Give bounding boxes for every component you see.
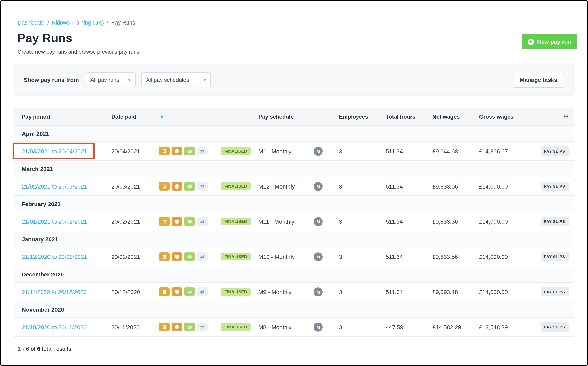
sync-icon[interactable]: ⇄ xyxy=(197,252,208,261)
pay-schedule-value: M11 - Monthly xyxy=(258,218,314,225)
journal-icon[interactable] xyxy=(159,323,169,331)
journal-icon[interactable] xyxy=(159,182,169,191)
email-icon[interactable] xyxy=(184,288,195,296)
sync-icon[interactable]: ⇄ xyxy=(197,182,208,191)
gear-icon[interactable]: ⚙ xyxy=(563,114,569,120)
total-hours-value: 511.34 xyxy=(386,218,432,225)
net-wages-value: £9,393.48 xyxy=(432,289,479,295)
table-row: 21/02/2021 to 20/03/2021 20/03/2021 ⇄ FI… xyxy=(14,177,574,196)
gross-wages-value: £14,000.00 xyxy=(479,218,532,225)
shield-icon[interactable] xyxy=(172,288,182,296)
month-group-row: February 2021 xyxy=(14,196,574,212)
employees-count: 3 xyxy=(339,324,386,330)
page-title: Pay Runs xyxy=(18,31,139,45)
new-pay-run-button[interactable]: + New pay run xyxy=(522,34,577,49)
month-group-row: April 2021 xyxy=(14,126,574,142)
month-group-row: March 2021 xyxy=(14,161,574,177)
col-header-date-paid: Date paid xyxy=(111,114,159,120)
pay-schedules-filter-value: All pay schedules xyxy=(146,77,189,83)
gross-wages-value: £14,000.00 xyxy=(479,289,532,295)
results-summary: 1 - 6 of 6 total results. xyxy=(14,346,574,352)
pay-period-link[interactable]: 21/03/2021 to 20/04/2021 xyxy=(22,148,87,154)
info-icon[interactable]: i xyxy=(161,114,163,119)
plus-circle-icon: + xyxy=(528,39,534,45)
email-icon[interactable] xyxy=(184,252,195,261)
pay-slips-button[interactable]: PAY SLIPS xyxy=(540,146,569,156)
journal-icon[interactable] xyxy=(159,288,169,296)
pay-slips-button[interactable]: PAY SLIPS xyxy=(540,217,569,226)
schedule-frequency-badge: M xyxy=(314,217,323,226)
total-hours-value: 511.34 xyxy=(386,289,432,295)
shield-icon[interactable] xyxy=(172,252,182,261)
page-frame: Dashboard / Kidows Training (UK) / Pay R… xyxy=(0,0,588,366)
table-row: 21/12/2020 to 20/01/2021 20/01/2021 ⇄ FI… xyxy=(14,247,574,266)
pay-slips-button[interactable]: PAY SLIPS xyxy=(540,287,569,297)
pay-schedule-value: M10 - Monthly xyxy=(258,253,314,260)
pay-period-link[interactable]: 21/10/2020 to 20/11/2020 xyxy=(22,324,87,330)
email-icon[interactable] xyxy=(184,182,195,191)
schedule-frequency-badge: M xyxy=(314,252,323,261)
manage-tasks-button[interactable]: Manage tasks xyxy=(513,72,564,88)
shield-icon[interactable] xyxy=(172,323,182,331)
sync-icon[interactable]: ⇄ xyxy=(197,217,208,226)
pay-slips-button[interactable]: PAY SLIPS xyxy=(540,182,569,191)
total-hours-value: 511.34 xyxy=(386,148,432,154)
date-paid-value: 20/04/2021 xyxy=(111,148,159,154)
col-header-net-wages: Net wages xyxy=(432,114,479,120)
breadcrumb-link-dashboard[interactable]: Dashboard xyxy=(18,20,45,26)
page-subtitle: Create new pay runs and browse previous … xyxy=(18,49,139,55)
journal-icon[interactable] xyxy=(159,147,169,155)
breadcrumb-link-business[interactable]: Kidows Training (UK) xyxy=(52,20,104,26)
date-paid-value: 20/11/2020 xyxy=(111,324,159,330)
breadcrumb-current: Pay Runs xyxy=(111,20,135,26)
pay-runs-table: Pay period Date paid i Pay schedule Empl… xyxy=(14,108,574,336)
month-group-label: March 2021 xyxy=(22,165,53,172)
table-row: 21/10/2020 to 20/11/2020 20/11/2020 ⇄ FI… xyxy=(14,318,574,336)
col-header-employees: Employees xyxy=(339,114,386,120)
status-badge: FINALISED xyxy=(221,147,251,155)
status-badge: FINALISED xyxy=(221,253,251,260)
gross-wages-value: £14,366.67 xyxy=(479,148,532,154)
pay-slips-button[interactable]: PAY SLIPS xyxy=(540,322,569,332)
sync-icon[interactable]: ⇄ xyxy=(197,147,208,155)
new-pay-run-label: New pay run xyxy=(537,38,572,45)
pay-runs-filter-select[interactable]: All pay runs ▾ xyxy=(85,72,135,87)
shield-icon[interactable] xyxy=(172,182,182,191)
month-group-row: January 2021 xyxy=(14,231,574,247)
pay-period-link[interactable]: 21/11/2020 to 20/12/2020 xyxy=(22,289,87,295)
email-icon[interactable] xyxy=(184,217,195,226)
col-header-pay-schedule: Pay schedule xyxy=(258,114,314,120)
filter-bar: Show pay runs from All pay runs ▾ All pa… xyxy=(14,64,574,96)
sync-icon[interactable]: ⇄ xyxy=(197,288,208,296)
employees-count: 3 xyxy=(339,183,386,190)
pay-schedule-value: M9 - Monthly xyxy=(258,289,314,295)
journal-icon[interactable] xyxy=(159,252,169,261)
pay-period-link[interactable]: 21/12/2020 to 20/01/2021 xyxy=(22,253,87,260)
email-icon[interactable] xyxy=(184,323,195,331)
gross-wages-value: £14,000.00 xyxy=(479,183,532,190)
pay-schedules-filter-select[interactable]: All pay schedules ▾ xyxy=(141,72,211,87)
journal-icon[interactable] xyxy=(159,217,169,226)
table-row: 21/11/2020 to 20/12/2020 20/12/2020 ⇄ FI… xyxy=(14,282,574,301)
chevron-down-icon: ▾ xyxy=(128,77,130,82)
month-group-label: April 2021 xyxy=(22,130,49,137)
net-wages-value: £9,644.68 xyxy=(432,148,479,154)
pay-period-link[interactable]: 21/02/2021 to 20/03/2021 xyxy=(22,183,87,190)
filter-label: Show pay runs from xyxy=(24,76,79,83)
email-icon[interactable] xyxy=(184,147,195,155)
shield-icon[interactable] xyxy=(172,147,182,155)
employees-count: 3 xyxy=(339,253,386,260)
month-group-label: December 2020 xyxy=(22,271,64,277)
shield-icon[interactable] xyxy=(172,217,182,226)
sync-icon[interactable]: ⇄ xyxy=(197,323,208,331)
table-row: 21/03/2021 to 20/04/2021 20/04/2021 ⇄ FI… xyxy=(14,142,574,161)
date-paid-value: 20/02/2021 xyxy=(111,218,159,225)
status-badge: FINALISED xyxy=(221,218,251,225)
status-badge: FINALISED xyxy=(221,288,251,296)
pay-slips-button[interactable]: PAY SLIPS xyxy=(540,252,569,261)
gross-wages-value: £12,548.39 xyxy=(479,324,532,330)
date-paid-value: 20/12/2020 xyxy=(111,289,159,295)
pay-runs-filter-value: All pay runs xyxy=(90,77,119,83)
schedule-frequency-badge: M xyxy=(314,147,323,156)
pay-period-link[interactable]: 21/01/2021 to 20/02/2021 xyxy=(22,218,87,225)
